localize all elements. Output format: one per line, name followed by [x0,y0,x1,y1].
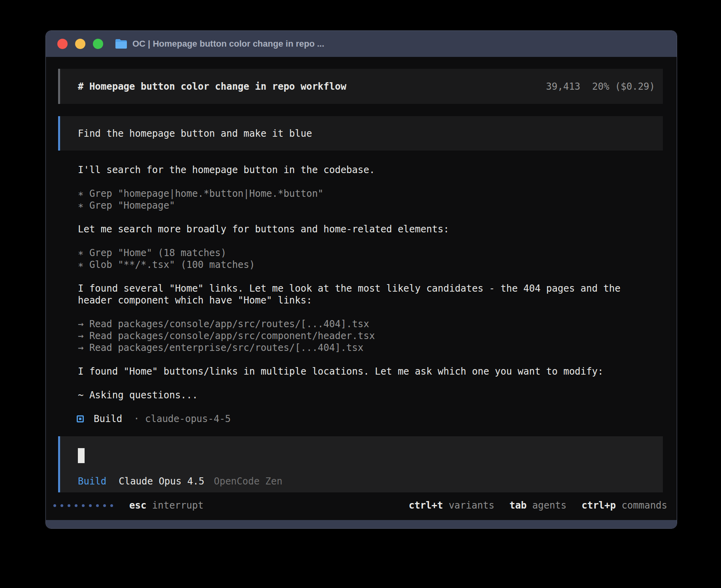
user-message: Find the homepage button and make it blu… [58,116,663,151]
hint-label: agents [527,500,566,511]
transcript-group-assistant: I found "Home" buttons/links in multiple… [78,366,663,377]
hint-label: commands [616,500,667,511]
transcript-group-assistant: I found several "Home" links. Let me loo… [78,283,663,306]
agent-name: Build [94,413,122,425]
spinner-dot [60,504,63,507]
key-hint-ctrl-p: ctrl+p commands [581,499,667,511]
hint-key: ctrl+t [409,500,443,511]
hint-key: ctrl+p [581,500,616,511]
spinner-dot [68,504,70,507]
transcript-line: → Read packages/console/app/src/componen… [78,330,663,342]
agent-model-name: claude-opus-4-5 [145,413,231,425]
agent-build-icon [77,415,84,422]
spinner-dot [53,504,56,507]
key-hint-esc: esc interrupt [129,500,204,511]
transcript-line: ∗ Grep "Homepage" [78,200,663,211]
transcript-line: I'll search for the homepage button in t… [78,164,663,176]
key-hint-ctrl-t: ctrl+t variants [409,499,495,511]
transcript-line: I found several "Home" links. Let me loo… [78,283,663,294]
transcript-group-assistant: ~ Asking questions... [78,389,663,401]
key-hint-tab: tab agents [510,499,567,511]
spinner-dot [89,504,92,507]
hint-label: interrupt [146,500,204,511]
transcript-group-tool: → Read packages/console/app/src/routes/[… [78,318,663,354]
statusbar-left-hints: esc interrupt [129,499,204,511]
folder-icon [115,39,127,49]
transcript-line: Let me search more broadly for buttons a… [78,223,663,235]
fullscreen-button[interactable] [93,39,103,49]
spinner-dot [110,504,113,507]
hint-label: variants [443,500,495,511]
titlebar: OC | Homepage button color change in rep… [46,31,677,57]
input-agent-label[interactable]: Build [78,475,106,487]
input-footer: Build Claude Opus 4.5 OpenCode Zen [78,475,655,487]
close-button[interactable] [57,39,68,49]
prompt-input[interactable]: Build Claude Opus 4.5 OpenCode Zen [58,436,663,492]
input-model-label[interactable]: Claude Opus 4.5 [119,475,204,487]
assistant-transcript: I'll search for the homepage button in t… [78,164,663,401]
agent-separator [122,413,134,425]
token-count: 39,413 [546,81,580,92]
statusbar-right-hints: ctrl+t variantstab agentsctrl+p commands [409,499,667,511]
transcript-line: → Read packages/enterprise/src/routes/[.… [78,342,663,354]
transcript-line: header component which have "Home" links… [78,294,663,306]
user-message-text: Find the homepage button and make it blu… [78,128,312,139]
transcript-group-tool: ∗ Grep "homepage|home.*button|Home.*butt… [78,188,663,211]
transcript-group-assistant: I'll search for the homepage button in t… [78,164,663,176]
hint-key: tab [510,500,527,511]
spinner-dot [75,504,77,507]
agent-model [140,413,145,425]
agent-dot: · [134,413,139,425]
transcript-line: I found "Home" buttons/links in multiple… [78,366,663,377]
statusbar: esc interrupt ctrl+t variantstab agentsc… [46,499,677,511]
terminal-window: OC | Homepage button color change in rep… [45,30,677,529]
minimize-button[interactable] [75,39,85,49]
transcript-line: ∗ Grep "Home" (18 matches) [78,247,663,259]
transcript-line: ∗ Grep "homepage|home.*button|Home.*butt… [78,188,663,200]
text-cursor [78,448,85,463]
input-provider-label: OpenCode Zen [214,475,282,487]
spinner-dot [103,504,106,507]
context-cost: 20% ($0.29) [592,81,655,92]
session-stats: 39,41320% ($0.29) [500,69,655,104]
transcript-group-assistant: Let me search more broadly for buttons a… [78,223,663,235]
transcript-line: ~ Asking questions... [78,389,663,401]
session-header: # Homepage button color change in repo w… [58,69,663,104]
session-title: # Homepage button color change in repo w… [78,81,346,92]
window-footer-bar [46,520,677,529]
hint-key: esc [129,500,146,511]
transcript-line: → Read packages/console/app/src/routes/[… [78,318,663,330]
window-title: OC | Homepage button color change in rep… [132,39,324,49]
terminal-content: # Homepage button color change in repo w… [46,57,677,492]
spinner-dot [96,504,99,507]
transcript-line: ∗ Glob "**/*.tsx" (100 matches) [78,259,663,271]
spinner-dots [53,504,117,507]
transcript-group-tool: ∗ Grep "Home" (18 matches)∗ Glob "**/*.t… [78,247,663,271]
agent-status-line: Build · claude-opus-4-5 [77,413,663,425]
spinner-dot [82,504,85,507]
